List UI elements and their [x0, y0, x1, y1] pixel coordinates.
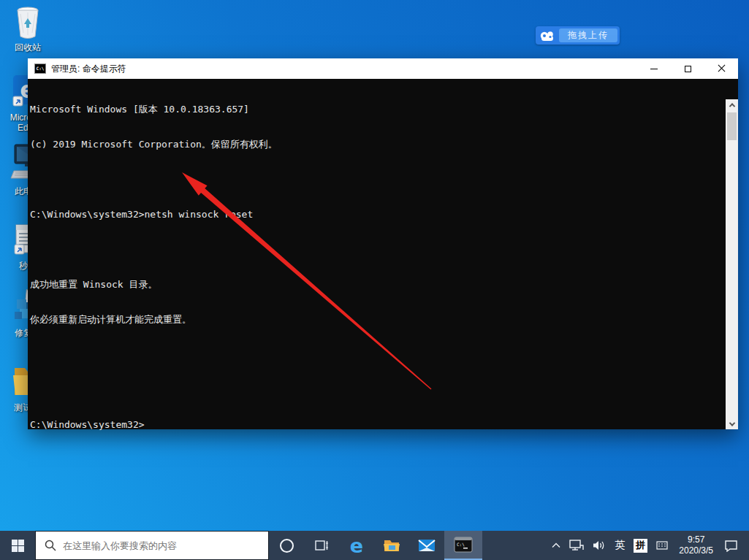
action-center-icon [724, 540, 738, 552]
minimize-icon [650, 69, 658, 69]
chevron-up-icon [552, 542, 560, 548]
cmd-icon: C:\ [454, 537, 473, 553]
maximize-icon [685, 66, 691, 72]
cmd-window-icon: C:\ [34, 64, 46, 74]
drag-upload-button[interactable]: 拖拽上传 [559, 28, 617, 42]
maximize-button[interactable] [671, 58, 704, 79]
terminal-output-area[interactable]: Microsoft Windows [版本 10.0.18363.657] (c… [28, 79, 738, 429]
start-button[interactable] [0, 531, 35, 560]
cortana-icon [280, 539, 294, 553]
terminal-line [30, 174, 725, 185]
terminal-line: C:\Windows\system32>netsh winsock reset [30, 209, 725, 220]
terminal-line [30, 349, 725, 361]
terminal-line [30, 244, 725, 256]
mail-button[interactable] [409, 531, 444, 560]
ime-indicator: 拼 [634, 539, 647, 553]
close-icon [718, 65, 725, 72]
terminal-line [30, 384, 725, 396]
speaker-icon [593, 540, 606, 551]
close-button[interactable] [704, 58, 738, 79]
minimize-button[interactable] [637, 58, 671, 79]
file-explorer-icon [383, 538, 400, 553]
taskbar-edge-button[interactable]: e [339, 531, 374, 560]
cmd-window[interactable]: C:\ 管理员: 命令提示符 Microsoft Windows [版本 10.… [28, 58, 738, 429]
chevron-down-icon [729, 420, 734, 426]
terminal-line: 成功地重置 Winsock 目录。 [30, 279, 725, 291]
ime-options-button[interactable] [652, 531, 672, 560]
baidu-netdisk-icon [536, 30, 559, 42]
terminal-line: 你必须重新启动计算机才能完成重置。 [30, 314, 725, 326]
ime-mode-button[interactable]: 拼 [629, 531, 652, 560]
taskbar-empty-space [482, 531, 547, 560]
search-icon [45, 540, 56, 551]
recycle-bin-icon [11, 4, 45, 40]
tray-overflow-button[interactable] [547, 531, 565, 560]
terminal-line: Microsoft Windows [版本 10.0.18363.657] [30, 104, 725, 115]
taskbar-search-box[interactable] [35, 531, 269, 560]
system-tray: 英 拼 9:57 2020/3/5 [547, 531, 749, 560]
cortana-button[interactable] [269, 531, 304, 560]
svg-text:C:\: C:\ [457, 542, 465, 547]
scroll-up-button[interactable] [726, 99, 738, 110]
taskbar-clock[interactable]: 9:57 2020/3/5 [672, 534, 720, 556]
terminal-line: (c) 2019 Microsoft Corporation。保留所有权利。 [30, 139, 725, 150]
edge-icon: e [350, 536, 363, 556]
clock-time: 9:57 [679, 534, 713, 545]
task-view-icon [314, 538, 329, 553]
language-indicator: 英 [615, 539, 625, 552]
terminal-scrollbar[interactable] [726, 99, 738, 429]
drag-upload-widget[interactable]: 拖拽上传 [536, 26, 620, 45]
network-button[interactable] [565, 531, 588, 560]
file-explorer-button[interactable] [374, 531, 409, 560]
clock-date: 2020/3/5 [679, 545, 713, 556]
cmd-titlebar[interactable]: C:\ 管理员: 命令提示符 [28, 58, 738, 79]
cmd-window-title: 管理员: 命令提示符 [51, 63, 126, 75]
task-view-button[interactable] [304, 531, 339, 560]
mail-icon [418, 539, 436, 552]
terminal-text: Microsoft Windows [版本 10.0.18363.657] (c… [30, 80, 725, 454]
scrollbar-thumb[interactable] [727, 112, 737, 140]
desktop-icon-recycle-bin[interactable]: 回收站 [0, 4, 56, 53]
language-indicator-button[interactable]: 英 [610, 531, 629, 560]
volume-button[interactable] [588, 531, 610, 560]
taskbar: e C:\ [0, 531, 749, 560]
terminal-line: C:\Windows\system32> [30, 419, 725, 431]
windows-logo-icon [12, 540, 24, 552]
search-input[interactable] [63, 540, 268, 551]
network-ethernet-icon [569, 540, 584, 551]
taskbar-cmd-button-active[interactable]: C:\ [444, 531, 482, 560]
scroll-down-button[interactable] [726, 418, 738, 429]
chevron-up-icon [729, 103, 734, 109]
action-center-button[interactable] [720, 531, 742, 560]
touch-keyboard-icon [656, 540, 668, 551]
desktop-icon-label: 回收站 [0, 42, 56, 53]
